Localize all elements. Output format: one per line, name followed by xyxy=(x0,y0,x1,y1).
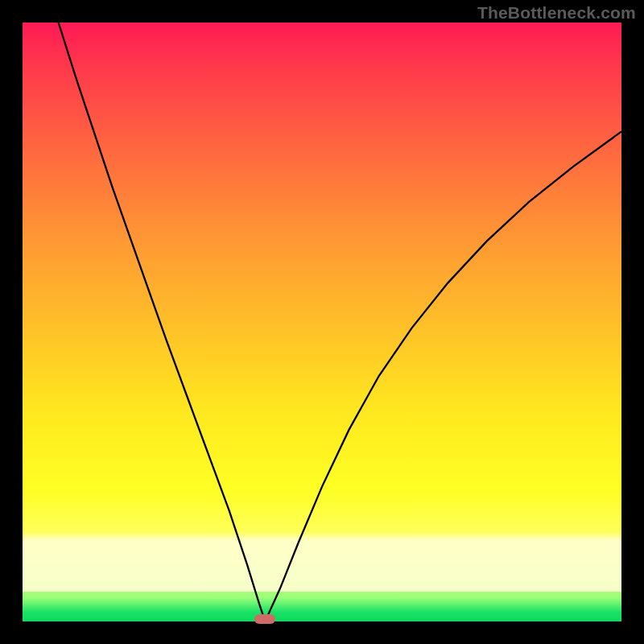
plot-area xyxy=(23,23,621,621)
chart-frame: TheBottleneck.com xyxy=(0,0,644,644)
bottleneck-curve xyxy=(23,23,621,621)
optimal-marker xyxy=(254,614,275,624)
watermark-text: TheBottleneck.com xyxy=(477,3,636,23)
curve-left-branch xyxy=(59,23,266,621)
curve-right-branch xyxy=(265,131,621,621)
